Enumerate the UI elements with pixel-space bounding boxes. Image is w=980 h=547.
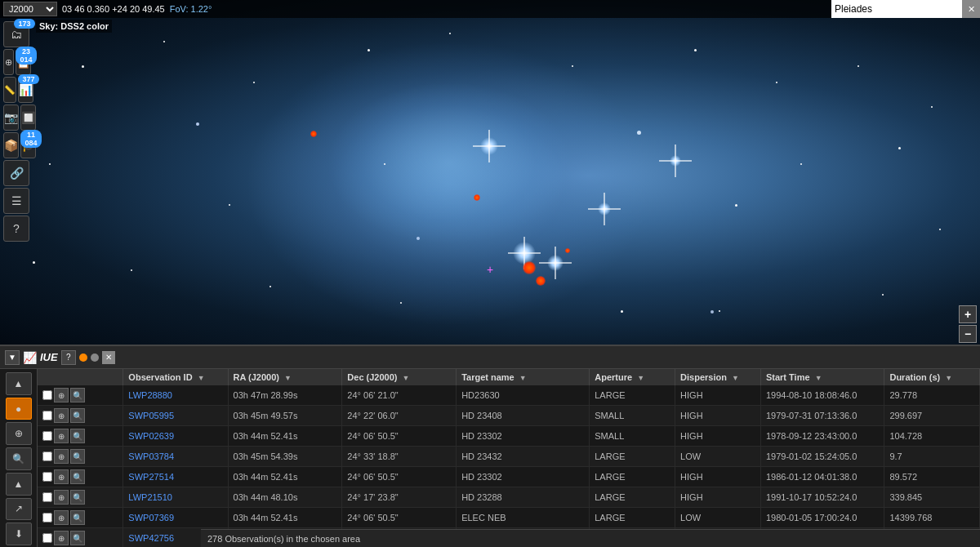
panel-share-btn[interactable]: ↗: [6, 498, 32, 521]
row-target: HD 23408: [457, 406, 590, 426]
row-target-button[interactable]: ⊕: [54, 449, 69, 464]
panel-help-button[interactable]: ?: [61, 350, 76, 365]
row-actions-cell: ⊕ 🔍: [38, 467, 123, 487]
row-ra: 03h 44m 48.10s: [228, 487, 342, 508]
row-search-button[interactable]: 🔍: [70, 449, 85, 464]
row-search-button[interactable]: 🔍: [70, 429, 85, 443]
row-target-button[interactable]: ⊕: [54, 388, 69, 402]
panel-close-button[interactable]: ✕: [102, 351, 115, 364]
layers-button[interactable]: 🗂 173: [3, 21, 29, 47]
filter-icon-target[interactable]: ▼: [519, 374, 527, 382]
filter-icon-aperture[interactable]: ▼: [637, 374, 644, 382]
cube-button[interactable]: 📦: [3, 132, 19, 158]
status-message: 278 Observation(s) in the chosen area: [207, 534, 360, 544]
toolbar-row-help: ?: [3, 216, 31, 242]
panel-target-btn[interactable]: ⊕: [6, 422, 32, 445]
filter-icon-ra[interactable]: ▼: [284, 374, 292, 382]
toolbar-row-measure: 📏 📊 377: [3, 77, 31, 103]
catalog-button-2[interactable]: 📋 23 014: [16, 49, 31, 75]
col-header-duration: Duration (s) ▼: [884, 369, 980, 385]
camera-button[interactable]: 📷: [3, 105, 19, 131]
row-dispersion: HIGH: [675, 406, 761, 426]
row-checkbox[interactable]: [42, 472, 52, 482]
row-ra: 03h 45m 54.39s: [228, 447, 342, 467]
panel-logo: IUE: [40, 351, 58, 363]
row-target-button[interactable]: ⊕: [54, 429, 69, 443]
row-actions-cell: ⊕ 🔍: [38, 385, 123, 406]
panel-nav-up[interactable]: ▲: [6, 372, 32, 395]
table-container[interactable]: Observation ID ▼ RA (J2000) ▼ Dec (J2000…: [38, 369, 980, 547]
row-duration: 9.7: [884, 447, 980, 467]
row-target-button[interactable]: ⊕: [54, 408, 69, 423]
row-duration: 104.728: [884, 426, 980, 447]
row-target: HD23630: [457, 385, 590, 406]
row-duration: 14399.768: [884, 508, 980, 528]
filter-icon-dispersion[interactable]: ▼: [732, 374, 739, 382]
row-actions-cell: ⊕ 🔍: [38, 487, 123, 508]
row-obs-id[interactable]: SWP05995: [123, 406, 228, 426]
catalog-button-1[interactable]: ⊕: [3, 49, 14, 75]
row-checkbox[interactable]: [42, 451, 52, 461]
row-search-button[interactable]: 🔍: [70, 510, 85, 525]
filter-icon-duration[interactable]: ▼: [945, 374, 952, 382]
row-search-button[interactable]: 🔍: [70, 531, 85, 545]
row-checkbox[interactable]: [42, 431, 52, 441]
row-aperture: LARGE: [590, 508, 675, 528]
row-checkbox[interactable]: [42, 533, 52, 543]
row-target: ELEC NEB: [457, 508, 590, 528]
panel-arrow-up2[interactable]: ▲: [6, 473, 32, 496]
toolbar-row-catalog: ⊕ 📋 23 014: [3, 49, 31, 75]
row-search-button[interactable]: 🔍: [70, 469, 85, 484]
row-target: HD 23302: [457, 467, 590, 487]
table-row: ⊕ 🔍 LWP21510 03h 44m 48.10s 24° 17' 23.8…: [38, 487, 980, 508]
row-dec: 24° 33' 18.8": [342, 447, 457, 467]
filter-icon-dec[interactable]: ▼: [403, 374, 410, 382]
row-target-button[interactable]: ⊕: [54, 510, 69, 525]
sky-view[interactable]: +: [0, 0, 980, 351]
filter-icon-obs-id[interactable]: ▼: [198, 374, 205, 382]
row-obs-id[interactable]: SWP03784: [123, 447, 228, 467]
panel-status-dot-orange: [79, 354, 87, 362]
help-button[interactable]: ?: [3, 216, 29, 242]
zoom-out-button[interactable]: −: [959, 325, 977, 343]
measure-button[interactable]: 📊 377: [18, 77, 33, 103]
col-header-dispersion: Dispersion ▼: [675, 369, 761, 385]
panel-circle-btn[interactable]: ●: [6, 398, 32, 420]
toolbar-row-menu: ☰: [3, 188, 31, 214]
panel-collapse-button[interactable]: ▼: [5, 350, 20, 365]
search-input[interactable]: [831, 0, 962, 18]
search-clear-button[interactable]: ✕: [962, 0, 980, 18]
row-search-button[interactable]: 🔍: [70, 490, 85, 505]
row-obs-id[interactable]: LWP28880: [123, 385, 228, 406]
filter-icon-start-time[interactable]: ▼: [815, 374, 822, 382]
share-button[interactable]: 🔗: [3, 160, 29, 186]
row-obs-id[interactable]: SWP27514: [123, 467, 228, 487]
row-obs-id[interactable]: SWP02639: [123, 426, 228, 447]
zoom-in-button[interactable]: +: [959, 305, 977, 323]
row-target-button[interactable]: ⊕: [54, 469, 69, 484]
row-checkbox[interactable]: [42, 390, 52, 400]
panel-zoom-btn[interactable]: 🔍: [6, 447, 32, 470]
panel-download-btn[interactable]: ⬇: [6, 523, 32, 545]
row-checkbox[interactable]: [42, 492, 52, 502]
row-checkbox[interactable]: [42, 411, 52, 420]
panel-header: ▼ 📈 IUE ? ✕: [0, 346, 980, 369]
ruler-button[interactable]: 📏: [3, 77, 16, 103]
hips-button[interactable]: 🎓 11 084: [20, 132, 36, 158]
row-target-button[interactable]: ⊕: [54, 531, 69, 545]
frame-button[interactable]: 🔲: [20, 105, 36, 131]
row-obs-id[interactable]: SWP07369: [123, 508, 228, 528]
row-obs-id[interactable]: LWP21510: [123, 487, 228, 508]
row-search-button[interactable]: 🔍: [70, 408, 85, 423]
row-checkbox[interactable]: [42, 513, 52, 523]
row-search-button[interactable]: 🔍: [70, 388, 85, 402]
table-wrapper[interactable]: Observation ID ▼ RA (J2000) ▼ Dec (J2000…: [38, 369, 980, 547]
menu-button[interactable]: ☰: [3, 188, 29, 214]
table-row: ⊕ 🔍 SWP05995 03h 45m 49.57s 24° 22' 06.0…: [38, 406, 980, 426]
table-row: ⊕ 🔍 LWP28880 03h 47m 28.99s 24° 06' 21.0…: [38, 385, 980, 406]
coord-system-select[interactable]: J2000 B1950 Galactic: [3, 2, 57, 16]
status-bar: 278 Observation(s) in the chosen area: [201, 529, 980, 547]
row-aperture: SMALL: [590, 426, 675, 447]
row-target-button[interactable]: ⊕: [54, 490, 69, 505]
row-dec: 24° 06' 50.5": [342, 508, 457, 528]
